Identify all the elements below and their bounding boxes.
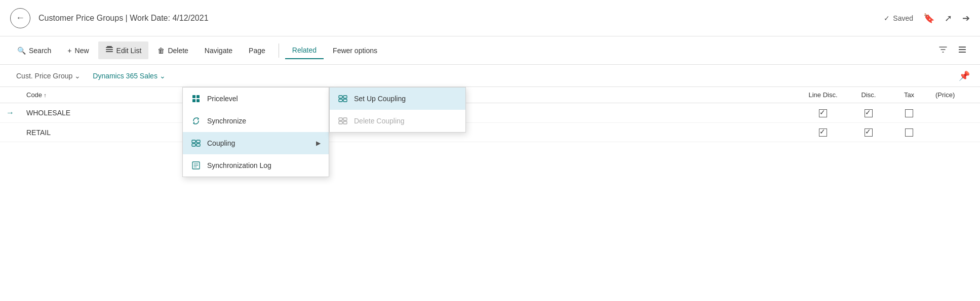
pin-button[interactable]: 📌: [959, 70, 970, 81]
plus-icon: +: [67, 47, 71, 55]
spacer-header: [595, 87, 798, 103]
search-icon: 🔍: [17, 47, 26, 55]
row-disc[interactable]: [848, 123, 889, 142]
chevron-right-icon: ▶: [316, 140, 321, 147]
header-actions: ✓ Saved 🔖 ➚ ➔: [884, 13, 970, 24]
row-arrow: →: [0, 103, 20, 123]
checkbox-disc[interactable]: [865, 109, 873, 117]
row-line-disc[interactable]: [798, 123, 848, 142]
filter-button[interactable]: [935, 42, 951, 59]
svg-rect-4: [959, 47, 966, 48]
disc-header[interactable]: Disc.: [848, 87, 889, 103]
back-button[interactable]: ←: [10, 8, 30, 28]
page-button[interactable]: Page: [242, 42, 272, 59]
svg-rect-3: [107, 46, 112, 47]
row-spacer: [595, 103, 798, 123]
svg-rect-13: [192, 144, 195, 146]
column-bar: Cust. Price Group ⌄ Dynamics 365 Sales ⌄…: [0, 65, 980, 87]
chevron-down-icon: ⌄: [74, 72, 81, 80]
toolbar-separator: [279, 44, 279, 58]
svg-rect-16: [339, 96, 342, 98]
bookmark-button[interactable]: 🔖: [923, 13, 934, 24]
toolbar: 🔍 Search + New Edit List 🗑 Delete Naviga…: [0, 36, 980, 65]
table-container: Code Line Disc. Disc. Tax (Price) → WHOL…: [0, 87, 980, 142]
row-disc[interactable]: [848, 103, 889, 123]
delete-icon: 🗑: [158, 47, 165, 55]
row-price: [929, 103, 980, 123]
price-header[interactable]: (Price): [929, 87, 980, 103]
checkbox-tax[interactable]: [905, 128, 913, 137]
coupling-label: Coupling: [207, 139, 235, 147]
svg-rect-11: [192, 140, 195, 143]
sync-log-label: Synchronization Log: [207, 161, 271, 169]
table-row[interactable]: → WHOLESALE: [0, 103, 980, 123]
svg-rect-14: [197, 144, 200, 146]
svg-rect-23: [343, 121, 347, 124]
checkbox-tax[interactable]: [905, 109, 913, 117]
coupling-icon: [191, 138, 201, 148]
tax-header[interactable]: Tax: [889, 87, 929, 103]
edit-list-button[interactable]: Edit List: [98, 41, 149, 59]
setup-coupling-label: Set Up Coupling: [354, 95, 406, 103]
sync-log-icon: [191, 160, 201, 170]
list-view-button[interactable]: [955, 42, 970, 59]
sync-icon: [191, 116, 201, 126]
navigate-button[interactable]: Navigate: [198, 42, 240, 59]
svg-rect-6: [959, 52, 966, 53]
dropdown-item-synchronize[interactable]: Synchronize: [183, 110, 329, 132]
checkbox-disc[interactable]: [865, 128, 873, 137]
svg-rect-1: [106, 49, 113, 50]
svg-rect-8: [197, 95, 200, 98]
checkmark-icon: ✓: [884, 14, 890, 22]
dropdown-item-coupling[interactable]: Coupling ▶: [183, 132, 329, 154]
checkbox-line-disc[interactable]: [819, 109, 827, 117]
cust-price-group-button[interactable]: Cust. Price Group ⌄: [10, 69, 87, 83]
checkbox-line-disc[interactable]: [819, 128, 827, 137]
svg-rect-17: [343, 96, 347, 98]
svg-rect-19: [343, 99, 347, 102]
toolbar-right: [935, 42, 970, 59]
svg-rect-12: [197, 140, 200, 143]
share-button[interactable]: ➚: [945, 13, 952, 24]
svg-rect-9: [192, 99, 195, 102]
submenu: Set Up Coupling Delete Coupling: [329, 87, 466, 133]
setup-coupling-icon: [338, 94, 348, 104]
arrow-header: [0, 87, 20, 103]
submenu-item-delete-coupling: Delete Coupling: [330, 110, 465, 132]
svg-rect-21: [343, 118, 347, 120]
dynamics-365-sales-button[interactable]: Dynamics 365 Sales ⌄: [87, 69, 172, 83]
chevron-down-icon: ⌄: [160, 72, 166, 80]
row-line-disc[interactable]: [798, 103, 848, 123]
edit-list-icon: [105, 46, 113, 55]
saved-indicator: ✓ Saved: [884, 14, 913, 22]
svg-rect-0: [106, 47, 113, 48]
dropdown-item-pricelevel[interactable]: Pricelevel: [183, 88, 329, 110]
dropdown-item-sync-log[interactable]: Synchronization Log: [183, 154, 329, 177]
data-table: Code Line Disc. Disc. Tax (Price) → WHOL…: [0, 87, 980, 142]
delete-button[interactable]: 🗑 Delete: [150, 42, 195, 59]
svg-rect-7: [192, 95, 195, 98]
delete-coupling-icon: [338, 116, 348, 126]
submenu-item-setup-coupling[interactable]: Set Up Coupling: [330, 88, 465, 110]
svg-rect-5: [959, 49, 966, 50]
svg-rect-22: [339, 121, 342, 124]
delete-coupling-label: Delete Coupling: [354, 117, 405, 125]
svg-rect-10: [197, 99, 200, 102]
table-row[interactable]: RETAIL: [0, 123, 980, 142]
row-tax[interactable]: [889, 103, 929, 123]
pricelevel-icon: [191, 94, 201, 104]
row-tax[interactable]: [889, 123, 929, 142]
expand-button[interactable]: ➔: [962, 13, 970, 24]
page-title: Customer Price Groups | Work Date: 4/12/…: [38, 14, 876, 23]
dropdown-menu: Pricelevel Synchronize: [182, 87, 329, 177]
row-spacer: [595, 123, 798, 142]
line-disc-header[interactable]: Line Disc.: [798, 87, 848, 103]
search-button[interactable]: 🔍 Search: [10, 42, 58, 59]
pricelevel-label: Pricelevel: [207, 95, 238, 103]
svg-rect-2: [106, 51, 113, 52]
table-header-row: Code Line Disc. Disc. Tax (Price): [0, 87, 980, 103]
related-button[interactable]: Related: [285, 42, 324, 59]
svg-rect-18: [339, 99, 342, 102]
new-button[interactable]: + New: [60, 42, 96, 59]
fewer-options-button[interactable]: Fewer options: [326, 42, 384, 59]
